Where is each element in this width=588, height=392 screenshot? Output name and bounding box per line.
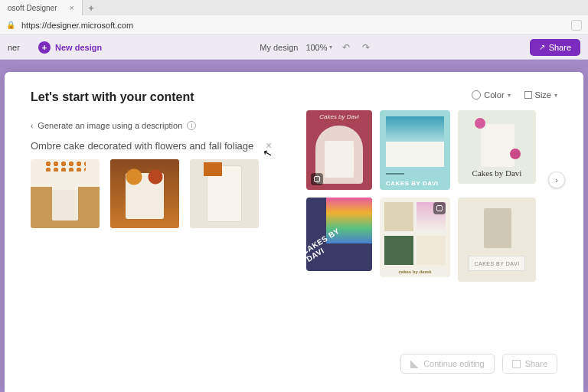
share-label: Share [549,43,571,52]
chevron-down-icon: ▾ [554,92,557,99]
template-card[interactable]: CAKES BY DAVI [380,110,450,190]
chevron-left-icon: ‹ [31,122,33,130]
zoom-control[interactable]: 100% ▾ [305,43,332,52]
lock-icon: 🔒 [6,21,15,29]
start-card: Let's start with your content ‹ Generate… [5,72,583,392]
share-button[interactable]: Share [530,39,580,56]
page-title: Let's start with your content [31,90,276,104]
next-templates-button[interactable]: › [548,172,565,188]
multi-image-icon [311,173,323,185]
content-input-panel: Let's start with your content ‹ Generate… [31,90,276,374]
template-title: Cakes by Davi [306,113,372,120]
generated-image[interactable] [110,159,179,228]
redo-icon[interactable]: ↷ [360,42,372,53]
template-title: Cakes by Davi [458,168,536,178]
document-name[interactable]: My design [260,43,298,52]
color-filter[interactable]: Color ▾ [472,90,510,100]
color-label: Color [484,90,504,100]
share-design-button[interactable]: Share [502,354,557,374]
chevron-down-icon: ▾ [508,92,511,99]
site-info-icon[interactable] [571,20,582,31]
tab-title: osoft Designer [8,4,57,12]
address-bar: 🔒 https://designer.microsoft.com [0,15,588,35]
generate-label: Generate an image using a description [38,121,182,130]
new-tab-button[interactable]: + [83,0,100,15]
template-card[interactable]: cakes by derek [380,198,450,277]
generated-image[interactable] [31,159,100,228]
browser-tab[interactable]: osoft Designer × [0,0,83,15]
multi-image-icon [433,202,446,214]
template-panel: Color ▾ Size ▾ Cakes by Davi [306,90,557,374]
size-label: Size [535,90,551,100]
template-card[interactable]: CAKES BY DAVI [306,198,372,271]
generated-image-row [31,159,276,228]
generate-image-link[interactable]: ‹ Generate an image using a description … [31,121,276,130]
chevron-down-icon: ▾ [329,44,332,51]
size-filter[interactable]: Size ▾ [524,90,557,100]
clear-prompt-icon[interactable]: × ↖ [262,139,276,152]
resize-icon [524,91,532,99]
template-title: cakes by derek [380,270,450,274]
share-icon [512,360,521,368]
url-text[interactable]: https://designer.microsoft.com [21,21,565,30]
cursor-icon: ↖ [262,146,274,161]
share-label: Share [525,359,547,368]
canvas-stage: Let's start with your content ‹ Generate… [0,60,588,392]
undo-icon[interactable]: ↶ [340,42,352,53]
new-design-button[interactable]: + New design [38,41,102,54]
new-design-label: New design [55,43,102,52]
template-card[interactable]: Cakes by Davi [458,110,536,184]
pencil-icon [410,360,419,368]
prompt-text[interactable]: Ombre cake decorated with flowers and fa… [31,140,256,152]
template-gallery: Cakes by Davi CAKES BY DAVI Cakes by Dav… [306,110,557,343]
template-card[interactable]: CAKES BY DAVI [458,198,536,282]
template-title: CAKES BY DAVI [469,256,525,271]
continue-editing-button[interactable]: Continue editing [400,354,495,374]
info-icon[interactable]: i [187,121,196,130]
browser-tab-strip: osoft Designer × + [0,0,588,15]
app-name: ner [8,43,31,52]
continue-label: Continue editing [423,359,485,368]
template-title: CAKES BY DAVI [386,180,438,187]
template-card[interactable]: Cakes by Davi [306,110,372,190]
palette-icon [472,90,481,100]
app-header: ner + New design My design 100% ▾ ↶ ↷ Sh… [0,35,588,60]
zoom-value: 100% [305,43,327,52]
close-tab-icon[interactable]: × [70,3,74,12]
generated-image[interactable] [190,159,259,228]
plus-icon: + [38,41,51,54]
